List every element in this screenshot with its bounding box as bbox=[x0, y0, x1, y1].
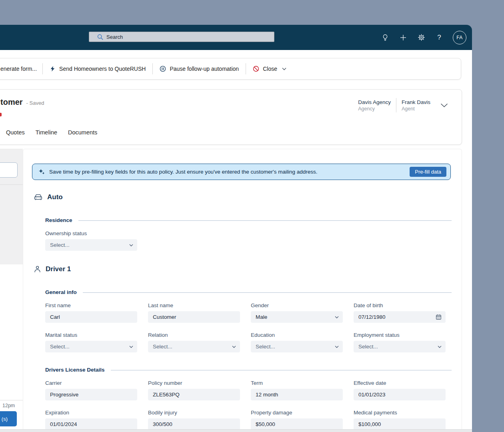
rail-input-cutoff[interactable] bbox=[0, 162, 18, 178]
field-label: Policy number bbox=[148, 380, 240, 386]
license-section-label: Drivers License Details bbox=[45, 367, 105, 373]
field-last-name: Last name Customer bbox=[148, 302, 240, 323]
rail-divider bbox=[0, 184, 23, 185]
send-quoterush-button[interactable]: Send Homeowners to QuoteRUSH bbox=[44, 63, 152, 74]
field-label: Date of birth bbox=[354, 302, 446, 308]
property-damage-input[interactable]: $50,000 bbox=[251, 418, 343, 430]
license-row2: Expiration 01/01/2024 Bodily injury 300/… bbox=[45, 410, 452, 430]
carrier-input[interactable]: Progressive bbox=[45, 389, 137, 400]
first-name-input[interactable]: Carl bbox=[45, 311, 137, 323]
generate-form-button[interactable]: enerate form... bbox=[0, 66, 37, 72]
ownership-status-select[interactable]: Select... bbox=[45, 239, 137, 251]
field-education: Education Select... bbox=[251, 332, 343, 352]
avatar[interactable]: FA bbox=[453, 31, 466, 44]
agent-column: Frank Davis Agent bbox=[402, 99, 430, 112]
field-label: Last name bbox=[148, 302, 240, 308]
field-date-of-birth: Date of birth 07/12/1980 bbox=[354, 302, 446, 323]
field-label: Carrier bbox=[45, 380, 137, 386]
pause-circle-icon bbox=[160, 66, 166, 72]
effective-date-input[interactable]: 01/01/2023 bbox=[354, 389, 446, 400]
auto-heading-label: Auto bbox=[47, 193, 63, 201]
tab-timeline[interactable]: Timeline bbox=[36, 128, 57, 137]
field-medical-payments: Medical payments $100,000 bbox=[354, 410, 446, 430]
relation-select[interactable]: Select... bbox=[148, 341, 240, 352]
help-icon[interactable]: ? bbox=[435, 33, 444, 42]
driver-heading-label: Driver 1 bbox=[46, 265, 71, 273]
policy-number-input[interactable]: ZLE563PQ bbox=[148, 389, 240, 400]
tab-documents[interactable]: Documents bbox=[68, 128, 97, 137]
field-label: Bodily injury bbox=[148, 410, 240, 416]
left-rail-panel: 12pm (s) bbox=[0, 149, 23, 432]
field-label: Medical payments bbox=[354, 410, 446, 416]
plus-icon[interactable] bbox=[399, 33, 408, 42]
chevron-down-icon[interactable] bbox=[440, 103, 448, 108]
education-select[interactable]: Select... bbox=[251, 341, 343, 352]
tab-quotes[interactable]: Quotes bbox=[6, 128, 25, 137]
avatar-initials: FA bbox=[456, 35, 463, 40]
field-label: Marital status bbox=[45, 332, 137, 338]
chevron-down-icon bbox=[129, 244, 133, 246]
agency-role: Agency bbox=[358, 106, 391, 112]
pause-automation-button[interactable]: Pause follow-up automation bbox=[154, 63, 245, 74]
field-label: Term bbox=[251, 380, 343, 386]
section-rule bbox=[111, 370, 452, 370]
chevron-down-icon bbox=[282, 68, 286, 70]
banner-message: Save time by pre-filling key fields for … bbox=[49, 169, 317, 175]
car-icon bbox=[34, 194, 42, 201]
last-name-input[interactable]: Customer bbox=[148, 311, 240, 323]
driver-section-heading: Driver 1 bbox=[34, 265, 71, 273]
expiration-input[interactable]: 01/01/2024 bbox=[45, 418, 137, 430]
field-policy-number: Policy number ZLE563PQ bbox=[148, 380, 240, 400]
field-term: Term 12 month bbox=[251, 380, 343, 400]
general-info-row2: Marital status Select... Relation Select… bbox=[45, 332, 452, 352]
term-input[interactable]: 12 month bbox=[251, 389, 343, 400]
auto-section-heading: Auto bbox=[34, 193, 63, 201]
chevron-down-icon bbox=[438, 346, 442, 348]
field-gender: Gender Male bbox=[251, 302, 343, 323]
field-property-damage: Property damage $50,000 bbox=[251, 410, 343, 430]
record-header-card: tomer - Saved Davis Agency Agency Frank … bbox=[0, 89, 462, 145]
record-tabs: Quotes Timeline Documents bbox=[6, 128, 97, 137]
record-title: tomer bbox=[0, 98, 23, 107]
sparkles-icon bbox=[38, 169, 45, 175]
toolbar-separator bbox=[246, 63, 246, 74]
section-rule bbox=[83, 292, 452, 293]
lightbulb-icon[interactable] bbox=[381, 33, 390, 42]
field-label: Gender bbox=[251, 302, 343, 308]
close-button[interactable]: Close bbox=[247, 63, 292, 74]
search-input[interactable]: Search bbox=[89, 32, 274, 42]
gear-icon[interactable] bbox=[417, 33, 426, 42]
chevron-down-icon bbox=[335, 346, 339, 348]
bodily-injury-input[interactable]: 300/500 bbox=[148, 418, 240, 430]
date-of-birth-input[interactable]: 07/12/1980 bbox=[354, 311, 446, 323]
calendar-icon[interactable] bbox=[436, 314, 442, 320]
field-first-name: First name Carl bbox=[45, 302, 137, 323]
residence-section-label: Residence bbox=[45, 217, 72, 223]
agent-name: Frank Davis bbox=[402, 99, 430, 105]
screen: Search ? FA bbox=[0, 0, 504, 432]
residence-fields-row: Ownership status Select... bbox=[45, 230, 452, 251]
marital-status-select[interactable]: Select... bbox=[45, 341, 137, 352]
cutoff-red-icon bbox=[0, 113, 2, 116]
prefill-data-button[interactable]: Pre-fill data bbox=[410, 167, 446, 177]
field-effective-date: Effective date 01/01/2023 bbox=[354, 380, 446, 400]
command-toolbar: enerate form... Send Homeowners to Quote… bbox=[0, 58, 461, 80]
agency-name: Davis Agency bbox=[358, 99, 391, 105]
license-section-row: Drivers License Details bbox=[45, 367, 452, 373]
general-info-row1: First name Carl Last name Customer Gende… bbox=[45, 302, 452, 323]
license-row1: Carrier Progressive Policy number ZLE563… bbox=[45, 380, 452, 400]
rail-blue-button[interactable]: (s) bbox=[0, 411, 17, 426]
chevron-down-icon bbox=[335, 316, 339, 318]
gender-select[interactable]: Male bbox=[251, 311, 343, 323]
field-ownership-status: Ownership status Select... bbox=[45, 230, 137, 251]
bottom-edge-strip bbox=[0, 429, 472, 432]
medical-payments-input[interactable]: $100,000 bbox=[354, 418, 446, 430]
search-icon bbox=[97, 34, 103, 40]
record-title-row: tomer - Saved bbox=[0, 98, 44, 107]
general-info-section-row: General info bbox=[45, 289, 452, 295]
field-label: Property damage bbox=[251, 410, 343, 416]
employment-status-select[interactable]: Select... bbox=[354, 341, 446, 352]
rail-divider bbox=[0, 400, 23, 400]
owner-block[interactable]: Davis Agency Agency Frank Davis Agent bbox=[358, 98, 448, 112]
agency-column: Davis Agency Agency bbox=[358, 99, 391, 112]
